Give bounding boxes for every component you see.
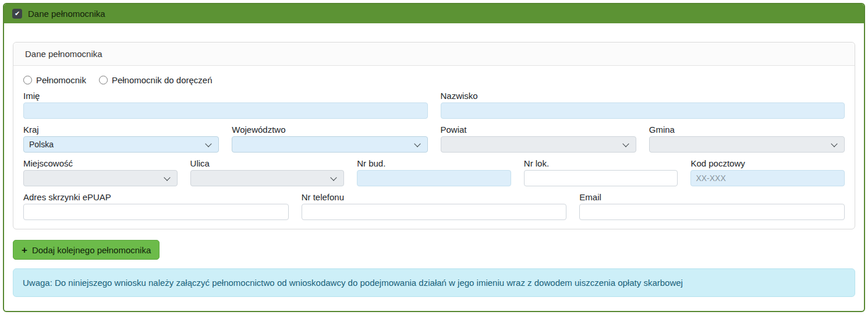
- region-row: Kraj Polska Województwo: [23, 125, 845, 153]
- contact-row: Adres skrzynki ePUAP Nr telefonu Email: [23, 192, 845, 220]
- miejscowosc-select: [23, 170, 178, 186]
- chevron-down-icon: [164, 174, 170, 180]
- notice-banner: Uwaga: Do niniejszego wniosku należy zał…: [13, 268, 855, 297]
- radio-pelnomocnik-do-doreczen[interactable]: Pełnomocnik do doręczeń: [99, 75, 212, 85]
- chevron-down-icon: [206, 140, 212, 147]
- add-proxy-button-label: Dodaj kolejnego pełnomocnika: [32, 245, 151, 255]
- section-body: Dane pełnomocnika Pełnomocnik Pełnomocni…: [4, 23, 864, 297]
- field-miejscowosc: Miejscowość: [23, 158, 178, 186]
- epuap-input[interactable]: [23, 204, 289, 220]
- chevron-down-icon: [622, 140, 629, 147]
- add-proxy-button[interactable]: + Dodaj kolejnego pełnomocnika: [13, 240, 160, 260]
- telefon-input[interactable]: [302, 204, 567, 220]
- section-header: ✔ Dane pełnomocnika: [4, 4, 864, 23]
- email-input[interactable]: [579, 204, 845, 220]
- imie-label: Imię: [23, 91, 428, 101]
- nr-bud-label: Nr bud.: [357, 158, 511, 168]
- kod-pocztowy-input[interactable]: [690, 170, 845, 186]
- telefon-label: Nr telefonu: [302, 192, 567, 202]
- name-row: Imię Nazwisko: [23, 91, 845, 119]
- wojewodztwo-select[interactable]: [232, 136, 427, 153]
- field-powiat: Powiat: [441, 125, 636, 153]
- epuap-label: Adres skrzynki ePUAP: [23, 192, 289, 202]
- chevron-down-icon: [414, 140, 420, 147]
- pelnomocnik-radio[interactable]: [23, 76, 32, 84]
- chevron-down-icon: [831, 140, 837, 147]
- email-label: Email: [579, 192, 845, 202]
- section-title: Dane pełnomocnika: [28, 9, 105, 19]
- kraj-label: Kraj: [23, 125, 219, 135]
- field-kraj: Kraj Polska: [23, 125, 219, 153]
- ulica-label: Ulica: [190, 158, 345, 168]
- pelnomocnik-do-doreczen-radio[interactable]: [99, 76, 108, 84]
- field-gmina: Gmina: [649, 125, 845, 153]
- field-kod-pocztowy: Kod pocztowy: [690, 158, 845, 186]
- field-telefon: Nr telefonu: [302, 192, 567, 220]
- field-ulica: Ulica: [190, 158, 345, 186]
- kraj-select-value: Polska: [29, 140, 54, 149]
- field-nr-lok: Nr lok.: [524, 158, 678, 186]
- field-nazwisko: Nazwisko: [441, 91, 845, 119]
- powiat-label: Powiat: [441, 125, 636, 135]
- nr-lok-label: Nr lok.: [524, 158, 678, 168]
- plus-icon: +: [22, 245, 27, 255]
- pelnomocnik-do-doreczen-radio-label: Pełnomocnik do doręczeń: [112, 75, 212, 85]
- kraj-select[interactable]: Polska: [23, 136, 219, 153]
- powiat-select: [441, 136, 636, 153]
- gmina-select: [649, 136, 845, 153]
- radio-pelnomocnik[interactable]: Pełnomocnik: [23, 75, 86, 85]
- gmina-label: Gmina: [649, 125, 845, 135]
- field-nr-bud: Nr bud.: [357, 158, 511, 186]
- proxy-type-radio-group: Pełnomocnik Pełnomocnik do doręczeń: [23, 75, 845, 85]
- nazwisko-label: Nazwisko: [441, 91, 845, 101]
- field-wojewodztwo: Województwo: [232, 125, 427, 153]
- field-email: Email: [579, 192, 845, 220]
- wojewodztwo-label: Województwo: [232, 125, 427, 135]
- section-checkbox[interactable]: ✔: [12, 9, 22, 19]
- field-imie: Imię: [23, 91, 428, 119]
- address-row: Miejscowość Ulica Nr: [23, 158, 845, 186]
- panel-title: Dane pełnomocnika: [13, 43, 855, 66]
- nr-bud-input[interactable]: [357, 170, 511, 186]
- notice-text: Uwaga: Do niniejszego wniosku należy zał…: [23, 278, 683, 288]
- proxy-section-card: ✔ Dane pełnomocnika Dane pełnomocnika Pe…: [3, 3, 865, 312]
- miejscowosc-label: Miejscowość: [23, 158, 178, 168]
- nr-lok-input[interactable]: [524, 170, 678, 186]
- pelnomocnik-radio-label: Pełnomocnik: [36, 75, 86, 85]
- chevron-down-icon: [331, 174, 337, 180]
- panel-body: Pełnomocnik Pełnomocnik do doręczeń Imię…: [13, 66, 855, 229]
- nazwisko-input[interactable]: [441, 102, 845, 119]
- check-icon: ✔: [15, 10, 20, 17]
- proxy-data-panel: Dane pełnomocnika Pełnomocnik Pełnomocni…: [13, 42, 855, 229]
- kod-pocztowy-label: Kod pocztowy: [690, 158, 845, 168]
- field-epuap: Adres skrzynki ePUAP: [23, 192, 289, 220]
- ulica-select: [190, 170, 345, 186]
- imie-input[interactable]: [23, 102, 428, 119]
